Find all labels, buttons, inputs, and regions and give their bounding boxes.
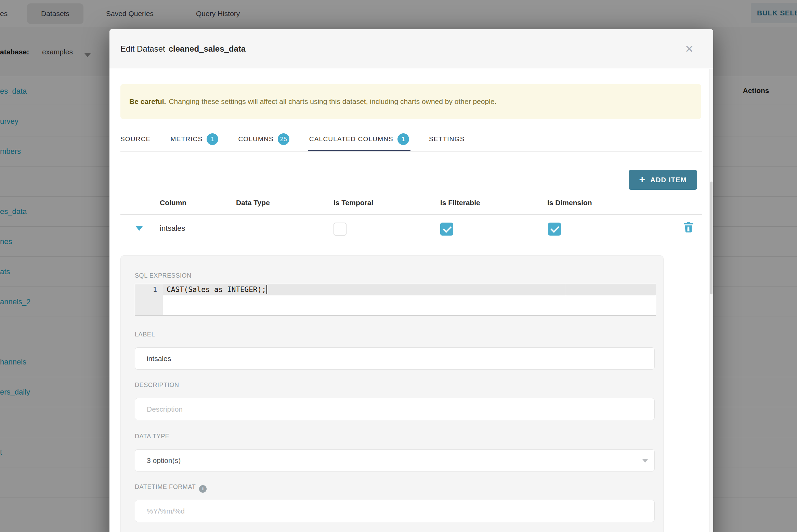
- edit-dataset-modal: Edit Dataset cleaned_sales_data ✕ Be car…: [109, 29, 713, 532]
- add-item-button[interactable]: + ADD ITEM: [629, 170, 697, 190]
- delete-trash-icon[interactable]: [684, 222, 693, 233]
- tab-columns-label: COLUMNS: [238, 135, 273, 143]
- data-type-field-label: DATA TYPE: [135, 433, 169, 440]
- tab-settings-label: SETTINGS: [429, 135, 465, 143]
- is-filterable-checkbox[interactable]: [440, 223, 453, 236]
- tab-calculated-columns-label: CALCULATED COLUMNS: [309, 135, 393, 143]
- tabs-divider: [120, 151, 702, 152]
- modal-title: Edit Dataset cleaned_sales_data: [120, 29, 246, 68]
- info-icon[interactable]: i: [199, 485, 207, 493]
- row-expander-caret-icon[interactable]: [136, 226, 143, 231]
- sql-expression-label: SQL EXPRESSION: [135, 272, 192, 279]
- add-item-label: ADD ITEM: [650, 176, 687, 184]
- tab-settings[interactable]: SETTINGS: [429, 127, 465, 152]
- is-temporal-checkbox[interactable]: [334, 223, 347, 236]
- editor-cursor: [266, 285, 267, 294]
- screen: es Datasets Saved Queries Query History …: [0, 0, 797, 532]
- modal-title-prefix: Edit Dataset: [120, 44, 165, 54]
- columns-count-badge: 25: [278, 133, 289, 145]
- is-dimension-checkbox[interactable]: [548, 223, 561, 236]
- metrics-count-badge: 1: [207, 133, 218, 145]
- tab-metrics[interactable]: METRICS 1: [171, 127, 219, 152]
- sql-code-text: CAST(Sales as INTEGER);: [167, 285, 266, 294]
- editor-gutter: 1: [135, 284, 163, 315]
- tab-metrics-label: METRICS: [171, 135, 203, 143]
- warning-banner-bold: Be careful.: [129, 97, 166, 106]
- editor-print-margin: [566, 284, 566, 315]
- select-caret-icon[interactable]: [642, 459, 648, 463]
- label-input[interactable]: [135, 347, 655, 370]
- datetime-format-label-text: DATETIME FORMAT: [135, 483, 196, 490]
- description-input[interactable]: [135, 398, 655, 420]
- data-type-select[interactable]: 3 option(s): [135, 449, 655, 471]
- col-header-is-temporal: Is Temporal: [334, 199, 373, 207]
- modal-tabs: SOURCE METRICS 1 COLUMNS 25 CALCULATED C…: [120, 127, 702, 152]
- datetime-format-input[interactable]: [135, 500, 655, 522]
- tab-columns[interactable]: COLUMNS 25: [238, 127, 289, 152]
- col-header-is-dimension: Is Dimension: [547, 199, 592, 207]
- tab-calculated-columns[interactable]: CALCULATED COLUMNS 1: [309, 127, 409, 152]
- close-icon[interactable]: ✕: [681, 42, 697, 56]
- table-header-divider: [120, 214, 702, 215]
- description-field-label: DESCRIPTION: [135, 382, 179, 389]
- col-header-is-filterable: Is Filterable: [440, 199, 480, 207]
- col-header-column: Column: [160, 199, 186, 207]
- sql-expression-editor[interactable]: 1 CAST(Sales as INTEGER);: [135, 284, 656, 316]
- calculated-column-detail-card: SQL EXPRESSION 1 CAST(Sales as INTEGER);…: [120, 255, 664, 532]
- warning-banner-text: Changing these settings will affect all …: [169, 97, 496, 106]
- tab-source-label: SOURCE: [120, 135, 151, 143]
- col-header-data-type: Data Type: [236, 199, 270, 207]
- modal-header: Edit Dataset cleaned_sales_data ✕: [109, 29, 713, 68]
- tab-source[interactable]: SOURCE: [120, 127, 151, 152]
- datetime-format-field-label: DATETIME FORMATi: [135, 483, 207, 493]
- editor-line-number: 1: [135, 285, 157, 293]
- modal-scrollbar[interactable]: [709, 69, 713, 532]
- scrollbar-thumb[interactable]: [710, 182, 713, 294]
- sql-code-line: CAST(Sales as INTEGER);: [167, 285, 267, 294]
- calculated-column-name: intsales: [160, 224, 185, 233]
- label-field-label: LABEL: [135, 331, 155, 338]
- warning-banner: Be careful. Changing these settings will…: [120, 84, 701, 119]
- modal-title-dataset-name: cleaned_sales_data: [169, 44, 246, 54]
- plus-icon: +: [639, 174, 646, 185]
- calculated-columns-count-badge: 1: [397, 133, 409, 145]
- data-type-selected-value: 3 option(s): [147, 456, 181, 464]
